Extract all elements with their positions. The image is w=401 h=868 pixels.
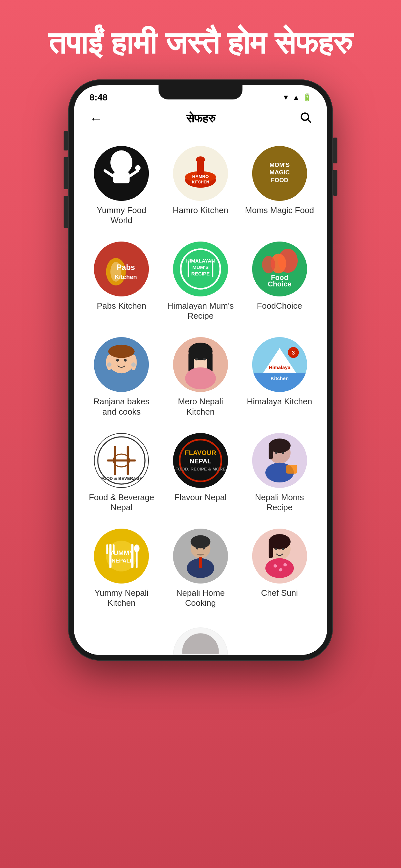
nav-bar: ← सेफहरु [74,104,327,133]
svg-point-98 [196,547,198,550]
chef-avatar: FLAVOUR NEPAL FOOD, RECIPE & MORE [173,433,228,488]
list-item[interactable]: YUMMY NEPALI Yummy Nepali Kitchen [84,522,159,615]
svg-point-105 [274,564,277,568]
svg-point-95 [190,535,210,548]
list-item[interactable]: Pabs Kitchen Pabs Kitchen [84,235,159,328]
svg-point-54 [203,358,206,361]
chef-name: Himalayan Mum's Recipe [166,301,235,321]
list-item[interactable]: FOOD & BEVERAGE Food & Beverage Nepal [84,427,159,519]
svg-point-13 [196,156,205,163]
signal-icon: ▲ [292,93,300,102]
svg-point-40 [109,345,135,358]
chef-name: Flavour Nepal [174,492,227,502]
svg-text:Himalaya: Himalaya [269,365,290,370]
phone-notch [158,85,243,99]
svg-text:RECIPE: RECIPE [191,271,210,276]
svg-text:MAGIC: MAGIC [270,169,289,176]
search-button[interactable] [299,111,312,126]
hero-section: तपाईं हामी जस्तै होम सेफहरु [29,0,372,60]
svg-rect-103 [269,542,273,558]
list-item[interactable]: Chef Suni [242,522,317,615]
svg-point-42 [130,355,137,370]
chef-name: Yummy Food World [87,206,156,225]
status-time: 8:48 [89,92,107,103]
list-item[interactable] [162,627,239,655]
svg-point-46 [124,359,127,362]
svg-point-43 [107,363,112,367]
svg-text:Pabs: Pabs [117,263,135,272]
chef-name: Yummy Nepali Kitchen [87,588,156,608]
page-title: सेफहरु [186,112,215,125]
partial-bottom-row [74,621,327,655]
svg-point-53 [195,358,198,361]
svg-rect-82 [286,465,297,473]
list-item[interactable]: Himalaya Kitchen 3 Himalaya Kitchen [242,331,317,423]
chef-name: Mero Nepali Kitchen [166,397,235,416]
mute-button [64,131,68,151]
svg-text:FLAVOUR: FLAVOUR [185,449,216,456]
power-button [333,137,337,163]
svg-text:KITCHEN: KITCHEN [192,180,209,184]
battery-icon: 🔋 [303,93,312,102]
hero-title: तपाईं हामी जस्तै होम सेफहरु [29,26,372,60]
list-item[interactable]: Nepali Home Cooking [163,522,239,615]
svg-text:Kitchen: Kitchen [271,376,289,381]
svg-text:HIMALAYAN: HIMALAYAN [186,258,215,264]
chef-name: FoodChoice [257,301,302,311]
chef-avatar: HAMRO KITCHEN [173,146,228,201]
svg-point-41 [106,355,113,370]
chef-avatar [94,146,149,201]
svg-text:MOM'S: MOM'S [269,161,289,168]
chef-name: Chef Suni [261,588,298,598]
wifi-icon: ▼ [282,93,289,102]
svg-text:FOOD & BEVERAGE: FOOD & BEVERAGE [100,476,143,480]
status-icons: ▼ ▲ 🔋 [282,93,312,102]
svg-point-106 [279,568,282,571]
svg-point-52 [185,368,216,390]
chefs-grid: Yummy Food World [74,133,327,621]
svg-point-107 [283,563,287,566]
chef-avatar: HIMALAYAN MUM'S RECIPE [173,242,228,297]
svg-point-44 [131,363,136,367]
chef-name: Food & Beverage Nepal [87,492,156,513]
chef-avatar [94,337,149,392]
list-item[interactable]: Food Choice FoodChoice [242,235,317,328]
svg-point-89 [134,545,140,552]
svg-point-80 [275,452,277,454]
svg-rect-97 [199,557,202,568]
svg-text:NEPAL: NEPAL [189,457,212,464]
svg-text:MUM'S: MUM'S [192,265,209,270]
chef-name: Nepali Moms Recipe [245,492,314,513]
svg-point-35 [262,256,275,273]
chef-name: Ranjana bakes and cooks [87,397,156,416]
svg-text:FOOD: FOOD [271,177,288,183]
svg-text:3: 3 [291,350,295,356]
list-item[interactable]: Mero Nepali Kitchen [163,331,239,423]
chef-name: Pabs Kitchen [97,301,146,311]
chef-avatar: Food Choice [252,242,307,297]
volume-up-button [64,157,68,189]
chef-name: Himalaya Kitchen [247,397,312,407]
chef-name: Moms Magic Food [245,206,314,215]
list-item[interactable]: HIMALAYAN MUM'S RECIPE Himalayan Mum's R… [163,235,239,328]
list-item[interactable]: HAMRO KITCHEN Hamro Kitchen [163,140,239,232]
svg-text:Kitchen: Kitchen [115,274,137,280]
chef-name: Hamro Kitchen [173,206,228,215]
chef-avatar: Pabs Kitchen [94,242,149,297]
phone-mockup: 8:48 ▼ ▲ 🔋 ← सेफहरु [68,80,333,661]
chef-avatar: YUMMY NEPALI [94,529,149,584]
svg-point-8 [135,165,141,170]
list-item[interactable]: FLAVOUR NEPAL FOOD, RECIPE & MORE Flavou… [163,427,239,519]
svg-rect-78 [269,445,273,460]
list-item[interactable]: MOM'S MAGIC FOOD Moms Magic Food [242,140,317,232]
svg-point-3 [111,150,132,175]
list-item[interactable]: Nepali Moms Recipe [242,427,317,519]
svg-text:FOOD, RECIPE & MORE: FOOD, RECIPE & MORE [175,466,226,471]
svg-text:Choice: Choice [268,280,291,288]
svg-line-1 [308,120,311,122]
list-item[interactable]: Yummy Food World [84,140,159,232]
list-item[interactable]: Ranjana bakes and cooks [84,331,159,423]
svg-point-45 [116,359,119,362]
back-button[interactable]: ← [89,112,102,126]
chef-avatar [252,433,307,488]
